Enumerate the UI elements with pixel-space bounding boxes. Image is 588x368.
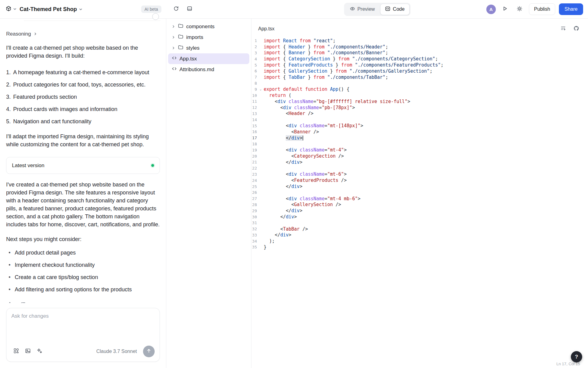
line-number: 17 [251,136,264,140]
help-button[interactable]: ? [571,351,582,362]
list-item: Product categories for cat food, toys, a… [6,81,160,89]
code-line[interactable]: 16 <Banner /> [251,129,588,135]
line-number: 34 [251,239,264,243]
code-line[interactable]: 13 <Header /> [251,111,588,117]
settings-button[interactable] [514,4,525,15]
send-button[interactable] [143,346,155,357]
run-button[interactable] [499,4,511,15]
arrow-up-icon [146,348,151,355]
latest-version-card[interactable]: Latest version [6,157,160,174]
code-line[interactable]: 6import { GallerySection } from "./compo… [251,68,588,74]
publish-button[interactable]: Publish [529,3,555,15]
line-content: export default function App() { [264,86,349,92]
code-line[interactable]: 35} [251,244,588,250]
github-button[interactable] [572,25,580,33]
code-line[interactable]: 3import { Banner } from "./components/Ba… [251,50,588,56]
folder-icon [178,34,183,41]
code-line[interactable]: 23 <div className="mt-6"> [251,171,588,178]
list-item: Featured products section [6,93,160,101]
thumbs-down-button[interactable] [19,301,26,303]
chevron-down-icon [13,6,17,12]
line-content: </div> [264,159,302,165]
tree-item-styles[interactable]: styles [168,43,249,53]
file-tree-panel: components imports styles [166,19,251,368]
code-line[interactable]: 5import { FeaturedProducts } from "./com… [251,62,588,68]
code-line[interactable]: 1import React from "react"; [251,38,588,44]
scrolled-card-edge [24,21,160,21]
code-line[interactable]: 28 <GallerySection /> [251,202,588,208]
code-line[interactable]: 21 </div> [251,159,588,165]
code-line[interactable]: 19 <div className="mt-4"> [251,147,588,153]
line-content: import { TabBar } from "./components/Tab… [264,75,388,80]
code-line[interactable]: 9⌄export default function App() { [251,86,588,92]
line-number: 9⌄ [251,87,264,92]
editor-header: App.tsx [251,19,588,36]
line-number: 22 [251,166,264,171]
chat-panel: Reasoning I'll create a cat-themed pet s… [0,19,166,368]
code-line[interactable]: 32 <TabBar /> [251,226,588,232]
code-line[interactable]: 29 </div> [251,208,588,214]
app-window: Cat-Themed Pet Shop AI beta [0,0,588,368]
tree-item-components[interactable]: components [168,21,249,32]
chat-input[interactable] [11,313,155,346]
assistant-message-adapt-note: I'll adapt the imported Figma design, ma… [6,132,160,148]
code-line[interactable]: 22 [251,165,588,171]
chevron-right-icon [34,31,37,37]
thumbs-up-button[interactable] [6,301,13,303]
code-tab[interactable]: Code [380,4,409,15]
tree-item-label: components [186,24,215,30]
code-line[interactable]: 7import { TabBar } from "./components/Ta… [251,74,588,80]
code-lines[interactable]: 1import React from "react";2import { Hea… [251,36,588,368]
share-button[interactable]: Share [559,3,583,15]
code-editor-panel: App.tsx 1import React from "react";2impo… [251,19,588,368]
project-title-button[interactable]: Cat-Themed Pet Shop [20,6,82,13]
code-line[interactable]: 15 <div className="mt-[148px]"> [251,123,588,129]
topbar-tools [171,4,195,15]
code-line[interactable]: 33 </div> [251,232,588,238]
code-line[interactable]: 34 ); [251,238,588,244]
eye-icon [350,6,355,13]
chat-scroll-area[interactable]: Reasoning I'll create a cat-themed pet s… [0,19,166,303]
line-number: 21 [251,160,264,164]
panel-layout-button[interactable] [184,4,195,15]
line-number: 12 [251,105,264,110]
tree-item-imports[interactable]: imports [168,32,249,43]
tree-item-app-tsx[interactable]: App.tsx [168,53,249,64]
attach-image-button[interactable] [23,347,33,356]
line-number: 13 [251,111,264,116]
code-line[interactable]: 10 return ( [251,92,588,98]
view-switcher: Preview Code [344,3,410,16]
preview-tab[interactable]: Preview [345,4,380,15]
code-line[interactable]: 20 <CategorySection /> [251,153,588,159]
code-line[interactable]: 12 <div className="pb-[78px]"> [251,105,588,111]
code-line[interactable]: 2import { Header } from "./components/He… [251,44,588,50]
chevron-right-icon [172,45,175,51]
avatar[interactable]: A [486,5,496,14]
image-icon [25,348,31,355]
line-number: 29 [251,209,264,213]
code-line[interactable]: 4import { CategorySection } from "./comp… [251,56,588,62]
code-line[interactable]: 14 [251,117,588,123]
code-line[interactable]: 31 [251,220,588,226]
code-line[interactable]: 8 [251,80,588,86]
code-line[interactable]: 11 <div className="bg-[#ffffff] relative… [251,98,588,105]
tree-item-attributions-md[interactable]: Attributions.md [168,64,249,75]
assets-button[interactable] [11,347,21,356]
code-line[interactable]: 30 </div> [251,214,588,220]
format-code-button[interactable] [559,25,567,33]
editor-header-icons [559,25,580,33]
code-line[interactable]: 18 [251,141,588,147]
code-line[interactable]: 17 </div> [251,135,588,141]
line-content: import { Banner } from "./components/Ban… [264,50,388,56]
enhance-prompt-button[interactable] [35,347,44,356]
reasoning-toggle[interactable]: Reasoning [6,31,160,37]
line-content: <Header /> [264,111,314,116]
app-menu-button[interactable] [6,6,17,13]
code-line[interactable]: 24 <FeaturedProducts /> [251,177,588,183]
refresh-button[interactable] [171,4,182,15]
code-line[interactable]: 26 [251,190,588,196]
code-line[interactable]: 27 <div className="mt-4 mb-6"> [251,196,588,202]
list-item: Implement checkout functionality [6,261,160,269]
line-content: </div> [264,135,303,141]
code-line[interactable]: 25 </div> [251,183,588,190]
